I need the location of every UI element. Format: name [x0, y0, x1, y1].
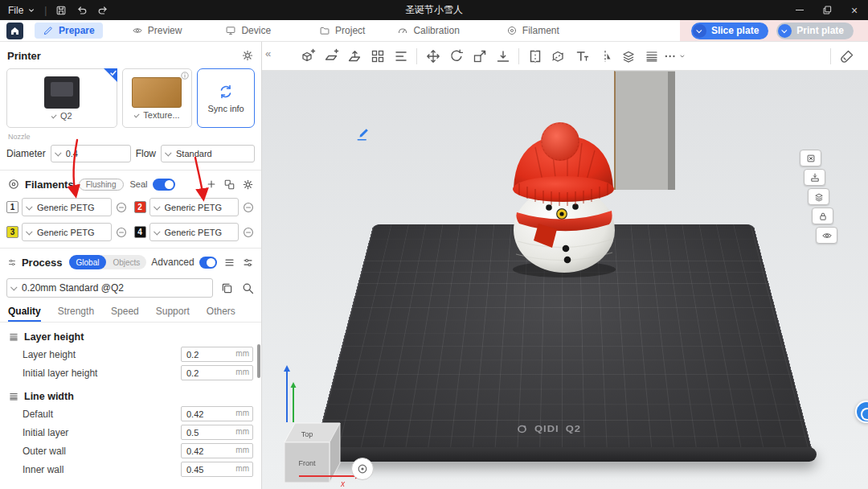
place-on-face-button[interactable] — [491, 44, 514, 68]
split-icon — [527, 48, 543, 64]
more-tools-button[interactable] — [663, 44, 686, 68]
plate-type-select[interactable]: Texture... — [134, 110, 179, 120]
save-project-icon[interactable] — [55, 4, 68, 17]
plate-type-card[interactable]: Texture... — [122, 68, 192, 128]
flushing-button[interactable]: Flushing — [79, 179, 124, 191]
plate-arrange-button[interactable] — [804, 169, 825, 186]
rotate-button[interactable] — [444, 44, 468, 68]
assembly-view-button[interactable] — [616, 44, 640, 68]
auto-orient-button[interactable] — [342, 44, 366, 68]
info-icon[interactable] — [180, 71, 190, 80]
subtab-speed[interactable]: Speed — [111, 306, 139, 322]
add-object-button[interactable] — [296, 44, 319, 68]
filament-slot-number: 2 — [137, 203, 142, 212]
restore-button[interactable] — [813, 0, 841, 20]
filament-slot: 1 Generic PETG — [6, 198, 128, 216]
filament-color-box[interactable]: 1 — [6, 201, 18, 213]
printer-card[interactable]: Q2 — [6, 68, 117, 128]
slice-plate-button[interactable]: Slice plate — [691, 23, 768, 39]
delete-plate-icon — [805, 153, 817, 164]
filament-color-box[interactable]: 2 — [134, 201, 146, 213]
text-tool-button[interactable] — [570, 44, 593, 68]
scope-global-button[interactable]: Global — [69, 255, 107, 269]
mirror-button[interactable] — [593, 44, 616, 68]
scale-button[interactable] — [468, 44, 491, 68]
tab-label: Filament — [522, 25, 559, 36]
check-icon — [109, 69, 117, 77]
scene-3d[interactable]: QIDI Q2 — [262, 71, 868, 489]
flow-select[interactable]: Standard — [161, 145, 255, 162]
minimize-button[interactable] — [786, 0, 813, 20]
mirror-icon — [597, 48, 613, 64]
add-filament-icon[interactable] — [206, 179, 217, 190]
plate-delete-button[interactable] — [800, 150, 821, 166]
nozzle-diameter-select[interactable]: 0.4 — [51, 145, 131, 162]
filament-color-box[interactable]: 4 — [134, 226, 146, 238]
diameter-label: Diameter — [6, 148, 46, 159]
process-preset-select[interactable]: 0.20mm Standard @Q2 — [6, 278, 213, 298]
tab-prepare[interactable]: Prepare — [35, 23, 103, 39]
cut-button[interactable] — [547, 44, 570, 68]
flush-volumes-icon[interactable] — [223, 179, 235, 191]
remove-filament-icon[interactable] — [115, 226, 128, 239]
camera-snapshot-button[interactable] — [351, 458, 374, 480]
search-param-icon[interactable] — [241, 281, 255, 295]
plate-lock-button[interactable] — [812, 208, 833, 224]
advanced-toggle[interactable] — [199, 257, 217, 269]
seal-toggle[interactable] — [153, 179, 175, 191]
param-tune-icon[interactable] — [242, 257, 254, 269]
align-button[interactable] — [389, 44, 412, 68]
snowman-model[interactable] — [262, 71, 868, 489]
subtab-support[interactable]: Support — [156, 306, 190, 322]
plate-orient-button[interactable] — [808, 188, 829, 205]
subtab-strength[interactable]: Strength — [58, 306, 94, 322]
tab-calibration[interactable]: Calibration — [389, 23, 467, 39]
printer-select[interactable]: Q2 — [51, 111, 72, 121]
flow-value: Standard — [176, 149, 212, 158]
arrange-button[interactable] — [366, 44, 389, 68]
filament-select[interactable]: Generic PETG — [22, 198, 112, 216]
redo-icon[interactable] — [96, 4, 109, 17]
sidebar-scrollbar[interactable] — [257, 344, 260, 378]
filament-select[interactable]: Generic PETG — [149, 223, 240, 241]
print-options-chevron-icon[interactable] — [778, 24, 792, 38]
copy-preset-icon[interactable] — [220, 281, 234, 295]
tab-device[interactable]: Device — [217, 23, 279, 39]
subtab-others[interactable]: Others — [207, 306, 235, 322]
close-button[interactable]: × — [841, 0, 868, 20]
edit-plate-name-button[interactable] — [355, 124, 373, 142]
viewport-toolbar: « — [262, 42, 868, 71]
toggle-knob — [165, 180, 174, 189]
variable-layer-height-button[interactable] — [640, 44, 663, 68]
filament-settings-gear-icon[interactable] — [242, 179, 254, 191]
print-plate-button[interactable]: Print plate — [776, 23, 854, 39]
add-plate-button[interactable] — [319, 44, 342, 68]
remove-filament-icon[interactable] — [242, 201, 255, 214]
home-button[interactable] — [6, 23, 23, 39]
slice-plate-label: Slice plate — [711, 25, 759, 36]
param-list-icon[interactable] — [223, 257, 235, 269]
chevron-down-icon — [10, 284, 17, 290]
seal-label: Seal — [130, 179, 148, 189]
split-objects-button[interactable] — [523, 44, 547, 68]
color-painting-button[interactable] — [835, 44, 858, 68]
subtab-quality[interactable]: Quality — [8, 306, 41, 322]
printer-settings-gear-icon[interactable] — [241, 49, 254, 62]
remove-filament-icon[interactable] — [115, 201, 128, 214]
move-button[interactable] — [421, 44, 444, 68]
plate-settings-button[interactable] — [816, 227, 837, 244]
slice-options-chevron-icon[interactable] — [693, 24, 706, 38]
tab-filament[interactable]: Filament — [498, 23, 567, 39]
collapse-sidebar-button[interactable]: « — [265, 47, 271, 60]
undo-icon[interactable] — [76, 4, 88, 17]
remove-filament-icon[interactable] — [242, 226, 255, 239]
filament-select[interactable]: Generic PETG — [22, 223, 112, 241]
filament-color-box[interactable]: 3 — [6, 226, 18, 238]
filament-select[interactable]: Generic PETG — [149, 198, 240, 216]
scope-objects-button[interactable]: Objects — [106, 257, 146, 269]
chevron-down-icon — [51, 112, 57, 118]
tab-project[interactable]: Project — [311, 23, 373, 39]
sync-info-button[interactable]: Sync info — [197, 68, 255, 128]
tab-preview[interactable]: Preview — [124, 23, 190, 39]
file-menu[interactable]: File — [8, 5, 36, 16]
